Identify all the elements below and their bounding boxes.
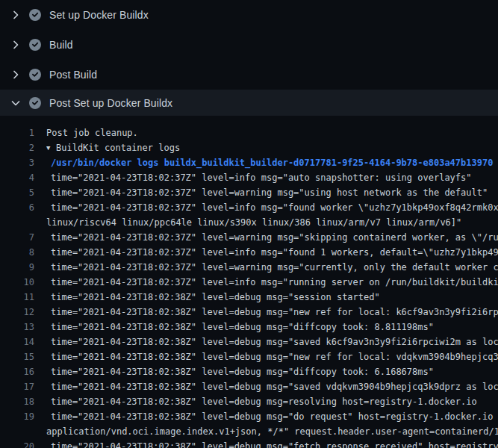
log-line: 13time="2021-04-23T18:02:38Z" level=debu…: [0, 320, 498, 335]
log-line: 18time="2021-04-23T18:02:38Z" level=debu…: [0, 394, 498, 409]
job-steps-panel: Set up Docker BuildxBuildPost BuildPost …: [0, 0, 498, 448]
log-text: time="2021-04-23T18:02:38Z" level=debug …: [51, 379, 498, 394]
log-text: time="2021-04-23T18:02:38Z" level=debug …: [51, 394, 498, 409]
log-text: time="2021-04-23T18:02:38Z" level=debug …: [51, 305, 498, 320]
log-text: time="2021-04-23T18:02:37Z" level=warnin…: [51, 260, 498, 275]
step-row-post-set-up-docker-buildx[interactable]: Post Set up Docker Buildx: [0, 90, 498, 116]
step-success-check-icon: [29, 9, 41, 21]
log-line: 3/usr/bin/docker logs buildx_buildkit_bu…: [0, 155, 498, 170]
log-command-text: /usr/bin/docker logs buildx_buildkit_bui…: [51, 155, 498, 170]
log-line: 10time="2021-04-23T18:02:37Z" level=info…: [0, 275, 498, 290]
log-line-number[interactable]: 4: [0, 170, 34, 185]
log-text: application/vnd.oci.image.index.v1+json,…: [46, 424, 498, 439]
step-row-build[interactable]: Build: [0, 30, 498, 60]
log-text: time="2021-04-23T18:02:38Z" level=debug …: [51, 409, 498, 424]
log-line: 1Post job cleanup.: [0, 125, 498, 140]
step-success-check-icon: [29, 39, 41, 51]
log-line: 11time="2021-04-23T18:02:38Z" level=debu…: [0, 290, 498, 305]
log-line-number[interactable]: 2: [0, 140, 34, 155]
log-line-number[interactable]: 15: [0, 349, 34, 364]
log-line: 12time="2021-04-23T18:02:38Z" level=debu…: [0, 305, 498, 320]
chevron-right-icon[interactable]: [10, 9, 22, 21]
log-text[interactable]: ▼BuildKit container logs: [46, 140, 498, 155]
log-line: 6time="2021-04-23T18:02:37Z" level=info …: [0, 200, 498, 215]
log-text: Post job cleanup.: [46, 125, 498, 140]
log-line: 2▼BuildKit container logs: [0, 140, 498, 155]
log-line: 19time="2021-04-23T18:02:38Z" level=debu…: [0, 409, 498, 424]
log-line-number[interactable]: 9: [0, 260, 34, 275]
log-line: 7time="2021-04-23T18:02:37Z" level=warni…: [0, 230, 498, 245]
log-line-number[interactable]: 8: [0, 245, 34, 260]
log-line-number[interactable]: 14: [0, 335, 34, 349]
step-row-post-build[interactable]: Post Build: [0, 60, 498, 90]
step-success-check-icon: [29, 69, 41, 81]
log-line: 4time="2021-04-23T18:02:37Z" level=info …: [0, 170, 498, 185]
log-line: 20time="2021-04-23T18:02:38Z" level=debu…: [0, 439, 498, 448]
log-text: time="2021-04-23T18:02:38Z" level=debug …: [51, 335, 498, 349]
log-text: time="2021-04-23T18:02:38Z" level=debug …: [51, 290, 498, 305]
log-line: 16time="2021-04-23T18:02:38Z" level=debu…: [0, 364, 498, 379]
log-line-number[interactable]: 20: [0, 439, 34, 448]
step-label: Post Build: [49, 69, 97, 81]
step-row-set-up-docker-buildx[interactable]: Set up Docker Buildx: [0, 0, 498, 30]
chevron-down-icon[interactable]: [10, 97, 22, 109]
log-text: time="2021-04-23T18:02:38Z" level=debug …: [51, 349, 498, 364]
step-list: Set up Docker BuildxBuildPost BuildPost …: [0, 0, 498, 116]
log-line-number[interactable]: 18: [0, 394, 34, 409]
log-text: linux/riscv64 linux/ppc64le linux/s390x …: [46, 215, 498, 230]
log-text: time="2021-04-23T18:02:37Z" level=info m…: [51, 200, 498, 215]
log-line: 9time="2021-04-23T18:02:37Z" level=warni…: [0, 260, 498, 275]
log-line: 17time="2021-04-23T18:02:38Z" level=debu…: [0, 379, 498, 394]
log-line-continuation: linux/riscv64 linux/ppc64le linux/s390x …: [0, 215, 498, 230]
log-text: time="2021-04-23T18:02:37Z" level=info m…: [51, 170, 498, 185]
log-line-number[interactable]: 12: [0, 305, 34, 320]
log-line-number: [0, 215, 34, 230]
log-panel: 1Post job cleanup.2▼BuildKit container l…: [0, 116, 498, 448]
log-line-number[interactable]: 16: [0, 364, 34, 379]
step-label: Post Set up Docker Buildx: [49, 97, 172, 109]
log-line-continuation: application/vnd.oci.image.index.v1+json,…: [0, 424, 498, 439]
log-line-number[interactable]: 3: [0, 155, 34, 170]
log-text: time="2021-04-23T18:02:38Z" level=debug …: [51, 320, 498, 335]
step-label: Set up Docker Buildx: [49, 9, 149, 21]
log-line-number: [0, 424, 34, 439]
log-line: 5time="2021-04-23T18:02:37Z" level=warni…: [0, 185, 498, 200]
log-line-number[interactable]: 5: [0, 185, 34, 200]
log-line-number[interactable]: 6: [0, 200, 34, 215]
log-line-number[interactable]: 13: [0, 320, 34, 335]
log-text: time="2021-04-23T18:02:37Z" level=warnin…: [51, 230, 498, 245]
chevron-right-icon[interactable]: [10, 39, 22, 51]
log-text: time="2021-04-23T18:02:38Z" level=debug …: [51, 439, 498, 448]
log-line-number[interactable]: 19: [0, 409, 34, 424]
log-line: 8time="2021-04-23T18:02:37Z" level=info …: [0, 245, 498, 260]
log-line: 15time="2021-04-23T18:02:38Z" level=debu…: [0, 349, 498, 364]
step-label: Build: [49, 39, 73, 51]
log-line-number[interactable]: 7: [0, 230, 34, 245]
log-text: time="2021-04-23T18:02:37Z" level=warnin…: [51, 185, 498, 200]
step-success-check-icon: [29, 97, 41, 109]
log-line-number[interactable]: 11: [0, 290, 34, 305]
log-line-number[interactable]: 1: [0, 125, 34, 140]
log-text: time="2021-04-23T18:02:38Z" level=debug …: [51, 364, 498, 379]
log-text: time="2021-04-23T18:02:37Z" level=info m…: [51, 245, 498, 260]
log-line-number[interactable]: 10: [0, 275, 34, 290]
chevron-right-icon[interactable]: [10, 69, 22, 81]
log-line: 14time="2021-04-23T18:02:38Z" level=debu…: [0, 335, 498, 349]
group-toggle-icon[interactable]: ▼: [46, 140, 56, 155]
log-line-number[interactable]: 17: [0, 379, 34, 394]
log-text: time="2021-04-23T18:02:37Z" level=info m…: [51, 275, 498, 290]
